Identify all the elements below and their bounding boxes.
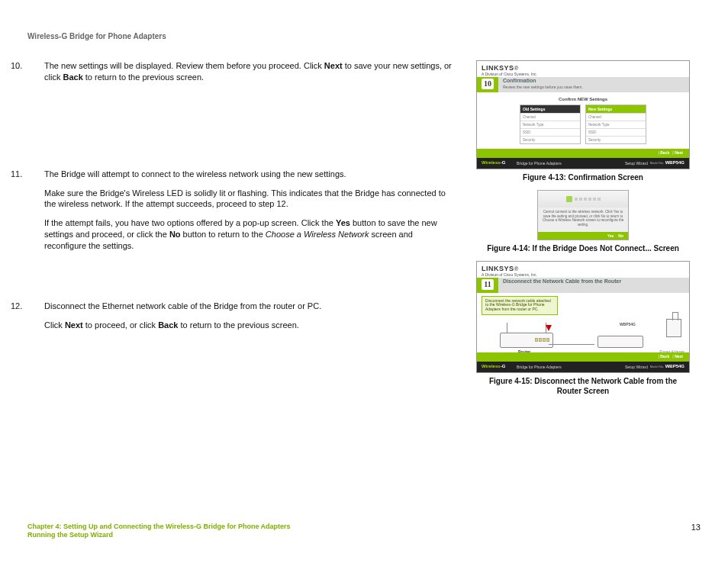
page-header: Wireless-G Bridge for Phone Adapters bbox=[27, 32, 701, 40]
step-number: 10. bbox=[27, 60, 44, 72]
step-11-p2: Make sure the Bridge's Wireless LED is s… bbox=[44, 188, 455, 211]
hourglass-icon bbox=[566, 196, 572, 202]
step-11: 11.The Bridge will attempt to connect to… bbox=[27, 169, 455, 252]
instruction-callout: Disconnect the network cable attached to… bbox=[482, 296, 558, 315]
step-number: 12. bbox=[27, 301, 44, 312]
right-column: LINKSYS® A Division of Cisco Systems, In… bbox=[469, 60, 697, 404]
linksys-logo: LINKSYS bbox=[482, 64, 514, 72]
old-settings-table: Old Settings Channel Network Type SSID S… bbox=[520, 105, 581, 144]
manual-page: Wireless-G Bridge for Phone Adapters 10.… bbox=[0, 0, 728, 563]
linksys-logo: LINKSYS bbox=[482, 265, 514, 272]
page-footer: Chapter 4: Setting Up and Connecting the… bbox=[27, 523, 701, 540]
step-number: 11. bbox=[27, 169, 44, 180]
wizard-step-badge: 11 bbox=[482, 279, 494, 290]
figure-4-15-caption: Figure 4-15: Disconnect the Network Cabl… bbox=[469, 376, 697, 396]
step-12-p2: Click Next to proceed, or click Back to … bbox=[44, 320, 455, 331]
content-columns: 10.The new settings will be displayed. R… bbox=[27, 60, 701, 404]
section-title: Running the Setup Wizard bbox=[27, 531, 701, 540]
step-11-p3: If the attempt fails, you have two optio… bbox=[44, 217, 455, 252]
disconnect-arrow-icon bbox=[546, 325, 552, 331]
bridge-icon bbox=[598, 336, 643, 348]
left-column: 10.The new settings will be displayed. R… bbox=[27, 60, 455, 404]
wizard-step-badge: 10 bbox=[482, 79, 494, 89]
new-settings-table: New Settings Channel Network Type SSID S… bbox=[585, 105, 646, 144]
figure-4-14-caption: Figure 4-14: If the Bridge Does Not Conn… bbox=[469, 243, 697, 253]
router-icon bbox=[500, 333, 553, 348]
chapter-title: Chapter 4: Setting Up and Connecting the… bbox=[27, 523, 701, 532]
step-10: 10.The new settings will be displayed. R… bbox=[27, 60, 455, 83]
figure-4-13-thumbnail: LINKSYS® A Division of Cisco Systems, In… bbox=[476, 60, 690, 169]
figure-4-13-caption: Figure 4-13: Confirmation Screen bbox=[469, 172, 697, 182]
page-number: 13 bbox=[691, 523, 701, 532]
power-adapter-icon bbox=[666, 319, 681, 337]
step-12: 12.Disconnect the Ethernet network cable… bbox=[27, 301, 455, 331]
figure-4-15-thumbnail: LINKSYS® A Division of Cisco Systems, In… bbox=[476, 261, 690, 373]
figure-4-14-thumbnail: Cannot connect to the wireless network. … bbox=[537, 190, 629, 240]
